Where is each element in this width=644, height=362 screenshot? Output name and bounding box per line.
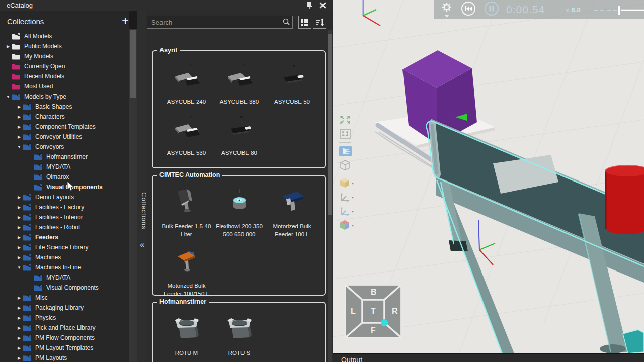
expand-arrow-icon[interactable]: ▶ [15, 125, 23, 129]
render-mode-wireframe-button[interactable] [339, 158, 351, 172]
tree-item[interactable]: ▶Feeders [0, 232, 129, 242]
render-mode-shaded-button[interactable]: ▾ [339, 176, 354, 190]
tree-item[interactable]: ▶Misc [0, 293, 129, 303]
red-cylinder [605, 165, 644, 234]
expand-arrow-icon[interactable]: ▶ [4, 44, 12, 49]
viewport-3d[interactable]: 0:00.54 x6.0 ✳ [333, 0, 644, 353]
catalog-item[interactable]: ASYCUBE 530 [160, 110, 213, 157]
tree-item-label: All Models [23, 33, 52, 40]
expand-arrow-icon[interactable]: ▶ [15, 316, 23, 320]
view-cube-face-right[interactable]: R [392, 307, 398, 316]
expand-arrow-icon[interactable]: ▶ [15, 205, 23, 210]
catalog-item[interactable]: Motorized Bulk Feeder 100 L [266, 183, 318, 238]
tree-item[interactable]: Hofmannstirner [0, 152, 129, 162]
tree-item[interactable]: ▶Component Templates [0, 122, 129, 132]
tree-scrollbar-thumb[interactable] [130, 30, 136, 98]
add-collection-button[interactable]: + [119, 14, 129, 28]
catalog-item[interactable]: ROTU S [213, 310, 266, 357]
tree-item[interactable]: ▶Pick and Place Library [0, 323, 129, 333]
expand-arrow-icon[interactable]: ▶ [15, 296, 23, 300]
tree-item[interactable]: All Models [0, 31, 129, 41]
collapse-chevron-icon[interactable]: « [140, 240, 144, 250]
expand-arrow-icon[interactable]: ▶ [15, 195, 23, 200]
fit-view-button[interactable] [339, 113, 351, 127]
tree-item[interactable]: ▶Packaging Library [0, 303, 129, 313]
expand-arrow-icon[interactable]: ▶ [15, 245, 23, 250]
expand-arrow-icon[interactable]: ▼ [15, 145, 23, 149]
tree-item[interactable]: Qimarox [0, 172, 129, 182]
move-origin-button[interactable]: ▾ [339, 190, 354, 204]
tree-item[interactable]: ▶PM Layouts [0, 353, 129, 362]
catalog-item[interactable]: ASYCUBE 240 [160, 58, 213, 106]
speed-slider[interactable]: ✳ [593, 1, 644, 18]
tree-item[interactable]: My Models [0, 51, 129, 61]
tree-item[interactable]: Currently Open [0, 61, 129, 71]
catalog-item[interactable]: ASYCUBE 380 [213, 58, 266, 106]
expand-arrow-icon[interactable]: ▶ [15, 105, 23, 109]
tree-item[interactable]: ▶PM Flow Components [0, 333, 129, 343]
tree-item[interactable]: ▶Basic Shapes [0, 102, 129, 112]
catalog-group: HofmannstirnerROTU MROTU S [152, 302, 326, 362]
catalog-item[interactable]: ASYCUBE 80 [213, 110, 266, 157]
tree-item[interactable]: Visual Components [0, 182, 129, 192]
expand-arrow-icon[interactable]: ▶ [15, 115, 23, 119]
tree-item[interactable]: ▶Facilities - Interior [0, 212, 129, 222]
collections-header: Collections [7, 17, 44, 26]
expand-arrow-icon[interactable]: ▶ [15, 306, 23, 310]
catalog-item[interactable]: ROTU M [160, 310, 213, 357]
expand-arrow-icon[interactable]: ▶ [15, 225, 23, 230]
fill-view-button[interactable] [339, 127, 351, 141]
tree-item[interactable]: Visual Components [0, 283, 129, 293]
catalog-item[interactable]: Bulk Feeder 1.5-40 Liter [160, 183, 213, 238]
restart-button[interactable] [461, 1, 476, 18]
folder-icon [34, 184, 45, 191]
tree-item[interactable]: Recent Models [0, 71, 129, 81]
expand-arrow-icon[interactable]: ▶ [15, 346, 23, 350]
settings-gear-button[interactable] [441, 1, 453, 18]
pin-icon[interactable] [305, 2, 314, 10]
tree-item[interactable]: ▼Models by Type [0, 92, 129, 102]
tree-item[interactable]: Most Used [0, 81, 129, 92]
tree-item[interactable]: ▶Conveyor Utilities [0, 132, 129, 142]
tree-item[interactable]: ▶Machines [0, 252, 129, 262]
close-icon[interactable] [319, 2, 328, 10]
view-cube[interactable]: B L T R F [345, 285, 401, 338]
expand-arrow-icon[interactable]: ▶ [15, 215, 23, 220]
expand-arrow-icon[interactable]: ▶ [15, 135, 23, 139]
catalog-scrollbar[interactable] [328, 30, 332, 362]
catalog-item[interactable]: Motorized Bulk Feeder 100/150 L [160, 242, 213, 298]
view-cube-face-left[interactable]: L [351, 307, 356, 316]
coordinate-mode-button[interactable]: ▾ [339, 204, 354, 218]
pause-button[interactable] [484, 1, 499, 18]
tree-item[interactable]: ▶Life Science Library [0, 242, 129, 252]
tree-item[interactable]: ▶Facilities - Factory [0, 202, 129, 212]
tree-item[interactable]: ▶Public Models [0, 41, 129, 51]
tree-item[interactable]: MYDATA [0, 273, 129, 283]
expand-arrow-icon[interactable]: ▼ [4, 95, 12, 99]
tree-item[interactable]: MYDATA [0, 162, 129, 172]
tree-scrollbar[interactable] [129, 29, 137, 362]
catalog-item[interactable]: Flexibowl 200 350 500 650 800 [213, 183, 266, 238]
view-cube-face-back[interactable]: B [371, 288, 377, 297]
tree-item[interactable]: ▶PM Layout Templates [0, 343, 129, 353]
expand-arrow-icon[interactable]: ▶ [15, 235, 23, 240]
expand-arrow-icon[interactable]: ▶ [15, 356, 23, 360]
catalog-group-items: Bulk Feeder 1.5-40 LiterFlexibowl 200 35… [153, 176, 325, 302]
catalog-item[interactable]: ASYCUBE 50 [266, 58, 318, 106]
view-cube-face-front[interactable]: F [371, 326, 376, 335]
tree-item[interactable]: ▶Facilities - Robot [0, 222, 129, 232]
output-panel-header[interactable]: Output [333, 353, 644, 362]
expand-arrow-icon[interactable]: ▼ [15, 265, 23, 270]
tree-item[interactable]: ▼Machines In-Line [0, 262, 129, 273]
view-orientation-button[interactable]: ▾ [339, 218, 354, 232]
tree-item[interactable]: ▶Demo Layouts [0, 192, 129, 202]
view-cube-face-top[interactable]: T [371, 307, 376, 316]
expand-arrow-icon[interactable]: ▶ [15, 326, 23, 330]
tree-item[interactable]: ▼Conveyors [0, 142, 129, 152]
tree-item[interactable]: ▶Physics [0, 313, 129, 323]
expand-arrow-icon[interactable]: ▶ [15, 255, 23, 260]
catalog-scrollbar-thumb[interactable] [328, 34, 332, 215]
camera-projection-button[interactable] [339, 144, 352, 158]
tree-item[interactable]: ▶Characters [0, 112, 129, 122]
expand-arrow-icon[interactable]: ▶ [15, 336, 23, 340]
